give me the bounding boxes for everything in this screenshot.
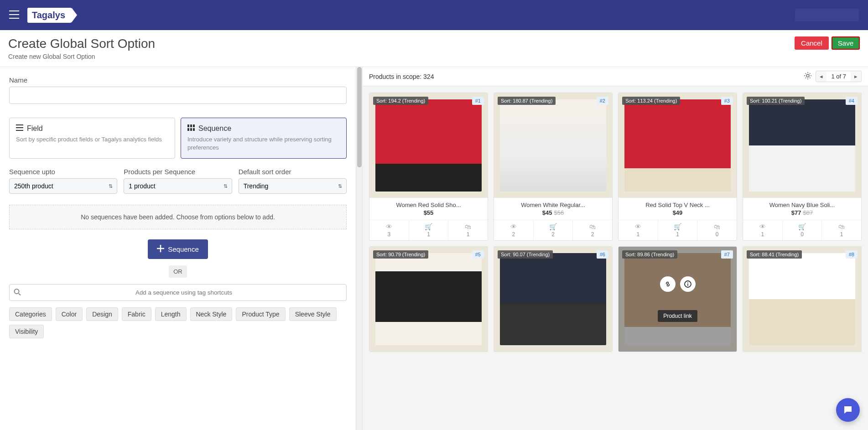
sort-badge: Sort: 194.2 (Trending): [373, 97, 428, 105]
product-stats: 👁3 🛒1 🛍1: [369, 220, 488, 240]
product-card[interactable]: Sort: 100.21 (Trending) #4 Women Navy Bl…: [743, 93, 862, 241]
default-sort-select[interactable]: Trending: [239, 178, 347, 194]
product-card[interactable]: Sort: 90.79 (Trending) #5: [369, 246, 488, 352]
page-header: Create Global Sort Option Create new Glo…: [0, 30, 868, 67]
product-image: [369, 247, 488, 352]
bag-icon: 🛍: [573, 223, 612, 230]
bag-icon: 🛍: [697, 223, 737, 230]
tag-shortcut[interactable]: Design: [86, 307, 118, 321]
product-image: [494, 93, 612, 198]
product-image: [369, 93, 488, 198]
save-button[interactable]: Save: [832, 36, 860, 50]
plus-icon: [157, 245, 164, 254]
tag-shortcut[interactable]: Fabric: [122, 307, 151, 321]
tag-shortcut[interactable]: Sleeve Style: [289, 307, 337, 321]
rank-badge: #2: [597, 97, 608, 105]
svg-rect-2: [193, 124, 195, 127]
product-grid: Sort: 194.2 (Trending) #1 Women Red Soli…: [363, 86, 868, 430]
list-icon: [16, 124, 23, 133]
rank-badge: #1: [472, 97, 484, 105]
product-card[interactable]: Sort: 90.07 (Trending) #6: [494, 246, 613, 352]
preview-pane: Products in scope: 324 ◂ 1 of 7 ▸ Sort: …: [362, 67, 868, 430]
product-name: Women Navy Blue Soli...: [743, 198, 861, 209]
eye-icon: 👁: [743, 223, 782, 230]
page-title: Create Global Sort Option: [8, 36, 155, 51]
product-image: [494, 247, 612, 352]
page-indicator: 1 of 7: [826, 71, 851, 82]
sort-badge: Sort: 180.87 (Trending): [498, 97, 556, 105]
name-input[interactable]: [9, 87, 347, 104]
seq-upto-select[interactable]: 250th product: [9, 178, 117, 194]
tag-shortcut[interactable]: Categories: [9, 307, 52, 321]
product-price: $49: [619, 209, 737, 220]
svg-rect-5: [193, 128, 195, 131]
add-sequence-button[interactable]: Sequence: [148, 239, 208, 259]
scope-label: Products in scope: 324: [369, 73, 434, 80]
search-icon: [14, 288, 21, 297]
pagination: ◂ 1 of 7 ▸: [816, 71, 862, 82]
eye-icon: 👁: [369, 223, 409, 230]
sequence-option-card[interactable]: Sequence Introduce variety and structure…: [181, 118, 347, 159]
product-card[interactable]: Sort: 113.24 (Trending) #3 Red Solid Top…: [618, 93, 737, 241]
field-option-card[interactable]: Field Sort by specific product fields or…: [9, 118, 175, 159]
product-card[interactable]: Sort: 88.41 (Trending) #8: [743, 246, 862, 352]
sequence-card-title: Sequence: [198, 124, 231, 133]
product-hover-overlay: Product link: [619, 247, 737, 352]
svg-rect-10: [687, 284, 688, 286]
tag-shortcut[interactable]: Length: [155, 307, 187, 321]
info-icon[interactable]: [680, 276, 696, 292]
gear-icon[interactable]: [804, 72, 812, 81]
tag-shortcut[interactable]: Neck Style: [190, 307, 233, 321]
product-image: [619, 93, 737, 198]
svg-point-6: [15, 289, 19, 294]
product-image: Product link: [619, 247, 737, 352]
tag-shortcuts: CategoriesColorDesignFabricLengthNeck St…: [9, 307, 347, 338]
logo-text: Tagalys: [32, 10, 65, 20]
svg-point-7: [806, 74, 809, 77]
brand-logo[interactable]: Tagalys: [27, 8, 72, 23]
product-stats: 👁1 🛒1 🛍0: [619, 220, 737, 240]
tag-shortcut[interactable]: Product Type: [236, 307, 285, 321]
app-header: Tagalys: [0, 0, 868, 30]
add-sequence-label: Sequence: [168, 245, 199, 253]
empty-sequences-msg: No sequences have been added. Choose fro…: [9, 205, 347, 229]
bag-icon: 🛍: [822, 223, 861, 230]
product-image: [743, 93, 861, 198]
per-seq-label: Products per Sequence: [124, 168, 232, 176]
rank-badge: #8: [846, 250, 858, 259]
product-name: Red Solid Top V Neck ...: [619, 198, 737, 209]
header-account[interactable]: [795, 9, 859, 21]
menu-icon[interactable]: [9, 10, 19, 20]
cancel-button[interactable]: Cancel: [795, 36, 829, 50]
per-seq-select[interactable]: 1 product: [124, 178, 232, 194]
product-price: $77$87: [743, 209, 861, 220]
sequence-card-desc: Introduce variety and structure while pr…: [187, 135, 340, 152]
rank-badge: #6: [597, 250, 608, 259]
product-price: $55: [369, 209, 488, 220]
product-card[interactable]: Sort: 194.2 (Trending) #1 Women Red Soli…: [369, 93, 488, 241]
product-stats: 👁2 🛒2 🛍2: [494, 220, 612, 240]
left-scrollbar[interactable]: [356, 67, 362, 430]
rank-badge: #4: [846, 97, 858, 105]
tag-shortcut[interactable]: Color: [56, 307, 83, 321]
rank-badge: #7: [721, 250, 733, 259]
chat-widget[interactable]: [836, 398, 860, 422]
name-label: Name: [9, 76, 347, 84]
page-subtitle: Create new Global Sort Option: [8, 53, 155, 60]
sort-badge: Sort: 88.41 (Trending): [747, 250, 802, 259]
product-card[interactable]: Sort: 89.86 (Trending) #7 Product link: [618, 246, 737, 352]
bag-icon: 🛍: [448, 223, 488, 230]
product-link-tooltip: Product link: [658, 310, 697, 322]
sort-badge: Sort: 89.86 (Trending): [622, 250, 677, 259]
config-pane: Name Field Sort by specific product fiel…: [0, 67, 356, 430]
prev-page-button[interactable]: ◂: [816, 71, 826, 82]
svg-rect-0: [187, 124, 189, 127]
tag-shortcut[interactable]: Visibility: [9, 325, 44, 338]
tag-search-input[interactable]: [9, 284, 347, 301]
link-icon[interactable]: [660, 276, 676, 292]
next-page-button[interactable]: ▸: [851, 71, 861, 82]
sort-badge: Sort: 100.21 (Trending): [747, 97, 805, 105]
product-card[interactable]: Sort: 180.87 (Trending) #2 Women White R…: [494, 93, 613, 241]
scroll-thumb[interactable]: [357, 67, 362, 167]
product-image: [743, 247, 861, 352]
